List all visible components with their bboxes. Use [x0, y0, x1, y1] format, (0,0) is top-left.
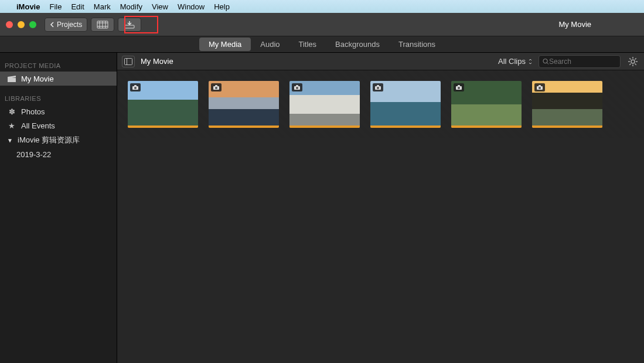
svg-point-38	[539, 87, 541, 89]
browser-header: My Movie All Clips	[117, 53, 644, 70]
svg-rect-31	[377, 85, 379, 87]
svg-rect-25	[215, 85, 217, 87]
sidebar-item-label: 2019-3-22	[16, 150, 51, 159]
sidebar-item-library[interactable]: ▼ iMovie 剪辑资源库	[0, 133, 117, 148]
sidebar-item-photos[interactable]: ✽ Photos	[0, 104, 117, 118]
media-library-toggle-button[interactable]	[91, 18, 114, 32]
clip-selection-strip	[128, 125, 198, 128]
clips-filter-dropdown[interactable]: All Clips	[498, 57, 533, 66]
app-menu[interactable]: iMovie	[16, 2, 40, 11]
camera-badge-icon	[454, 83, 464, 91]
tab-backgrounds[interactable]: Backgrounds	[326, 38, 389, 51]
window-minimize-button[interactable]	[18, 21, 25, 28]
camera-badge-icon	[534, 83, 545, 91]
sidebar-icon	[124, 58, 132, 65]
sidebar-item-event[interactable]: 2019-3-22	[0, 148, 117, 161]
svg-rect-34	[458, 85, 460, 87]
svg-rect-8	[125, 58, 132, 65]
clapperboard-icon	[7, 74, 16, 83]
filmstrip-icon	[97, 21, 108, 29]
clip-thumbnail[interactable]	[209, 81, 279, 128]
sidebar-header-project: PROJECT MEDIA	[0, 59, 117, 72]
tab-my-media[interactable]: My Media	[199, 38, 251, 51]
main-area: PROJECT MEDIA My Movie LIBRARIES ✽ Photo…	[0, 53, 644, 363]
filter-label: All Clips	[498, 57, 526, 66]
window-toolbar: Projects My Movie	[0, 13, 644, 36]
gear-icon	[628, 57, 638, 66]
clip-selection-strip	[209, 125, 279, 128]
svg-rect-22	[134, 85, 137, 87]
clip-selection-strip	[532, 125, 602, 128]
star-icon: ★	[7, 121, 16, 130]
clip-thumbnail[interactable]	[289, 81, 360, 128]
svg-point-29	[296, 87, 298, 89]
clip-thumbnail[interactable]	[370, 81, 441, 128]
svg-line-18	[635, 63, 636, 65]
sidebar-header-libraries: LIBRARIES	[0, 91, 117, 104]
projects-label: Projects	[57, 21, 82, 29]
clip-selection-strip	[451, 125, 522, 128]
svg-line-19	[629, 63, 631, 65]
svg-rect-28	[296, 85, 298, 87]
browser-content: My Movie All Clips	[117, 53, 644, 363]
clip-thumbnail[interactable]	[532, 81, 602, 128]
tab-audio[interactable]: Audio	[251, 38, 289, 51]
flower-icon: ✽	[7, 107, 16, 116]
window-title: My Movie	[558, 20, 591, 29]
menu-modify[interactable]: Modify	[120, 2, 142, 11]
browser-settings-button[interactable]	[626, 55, 639, 68]
window-traffic-lights	[6, 21, 36, 28]
import-down-arrow-icon	[124, 21, 135, 29]
clip-thumbnail[interactable]	[128, 81, 198, 128]
sidebar-item-label: My Movie	[21, 74, 54, 83]
svg-point-10	[543, 59, 547, 63]
disclosure-triangle-icon[interactable]: ▼	[7, 137, 13, 144]
import-media-button[interactable]	[118, 18, 141, 32]
svg-rect-37	[539, 85, 541, 87]
menu-view[interactable]: View	[152, 2, 168, 11]
search-input[interactable]	[549, 57, 616, 66]
clips-grid	[117, 70, 644, 138]
menu-mark[interactable]: Mark	[94, 2, 111, 11]
window-zoom-button[interactable]	[29, 21, 36, 28]
browser-tab-bar: My Media Audio Titles Backgrounds Transi…	[0, 36, 644, 53]
svg-point-35	[458, 87, 460, 89]
browser-title: My Movie	[141, 57, 173, 66]
camera-badge-icon	[130, 83, 141, 91]
menu-edit[interactable]: Edit	[71, 2, 84, 11]
sidebar-item-label: All Events	[21, 121, 55, 130]
svg-line-11	[547, 62, 548, 64]
clip-selection-strip	[370, 125, 441, 128]
tab-titles[interactable]: Titles	[289, 38, 326, 51]
menu-window[interactable]: Window	[178, 2, 205, 11]
svg-point-23	[134, 87, 137, 89]
back-to-projects-button[interactable]: Projects	[45, 18, 87, 32]
camera-badge-icon	[211, 83, 222, 91]
svg-point-26	[215, 87, 217, 89]
window-close-button[interactable]	[6, 21, 13, 28]
clip-thumbnail[interactable]	[451, 81, 522, 128]
camera-badge-icon	[373, 83, 383, 91]
sidebar-item-label: iMovie 剪辑资源库	[18, 135, 80, 145]
svg-point-12	[631, 60, 635, 63]
sidebar-item-all-events[interactable]: ★ All Events	[0, 118, 117, 133]
svg-rect-7	[8, 78, 16, 82]
menu-file[interactable]: File	[49, 2, 62, 11]
camera-badge-icon	[292, 83, 302, 91]
sidebar-item-label: Photos	[21, 107, 45, 116]
sidebar-toggle-button[interactable]	[122, 56, 135, 67]
svg-line-20	[635, 58, 636, 59]
svg-rect-6	[125, 25, 134, 28]
sidebar-item-project-media[interactable]: My Movie	[0, 72, 117, 86]
libraries-sidebar: PROJECT MEDIA My Movie LIBRARIES ✽ Photo…	[0, 53, 117, 363]
updown-chevron-icon	[528, 58, 533, 65]
search-icon	[543, 58, 549, 65]
svg-line-17	[629, 58, 631, 59]
search-field[interactable]	[539, 55, 621, 68]
clip-selection-strip	[289, 125, 360, 128]
tab-transitions[interactable]: Transitions	[389, 38, 445, 51]
menu-help[interactable]: Help	[214, 2, 230, 11]
svg-point-32	[377, 87, 379, 89]
macos-menu-bar: iMovie File Edit Mark Modify View Window…	[0, 0, 644, 13]
